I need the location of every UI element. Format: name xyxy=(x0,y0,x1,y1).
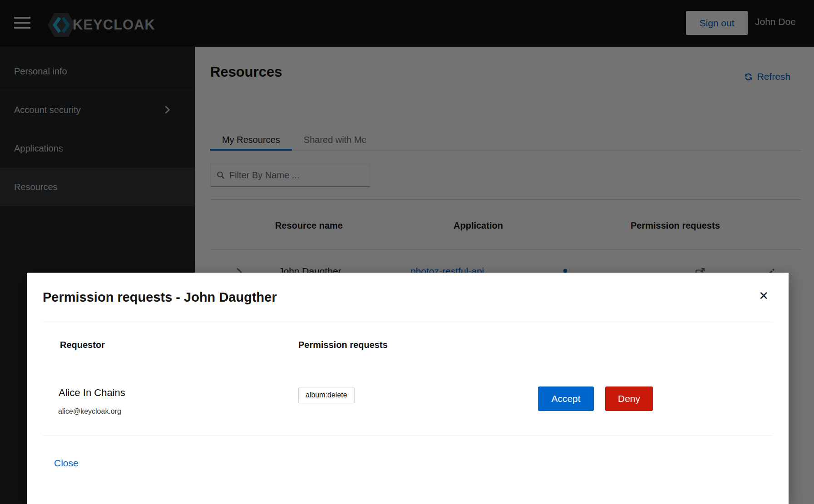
requestor-name: Alice In Chains xyxy=(59,387,125,399)
modal-column-requestor: Requestor xyxy=(60,340,105,350)
modal-close-link[interactable]: Close xyxy=(54,458,79,469)
divider xyxy=(43,435,773,435)
divider xyxy=(43,322,773,322)
modal-title: Permission requests - John Daugther xyxy=(43,290,277,305)
modal-column-permission-requests: Permission requests xyxy=(298,340,388,350)
requestor-email: alice@keycloak.org xyxy=(58,407,121,416)
keycloak-account-page: KEYCLOAK Sign out John Doe Personal info… xyxy=(0,0,814,504)
permission-requests-modal: Permission requests - John Daugther ✕ Re… xyxy=(27,273,789,504)
deny-button[interactable]: Deny xyxy=(605,387,653,411)
accept-button[interactable]: Accept xyxy=(538,387,594,411)
permission-chip: album:delete xyxy=(298,387,355,403)
modal-close-icon[interactable]: ✕ xyxy=(759,290,769,302)
